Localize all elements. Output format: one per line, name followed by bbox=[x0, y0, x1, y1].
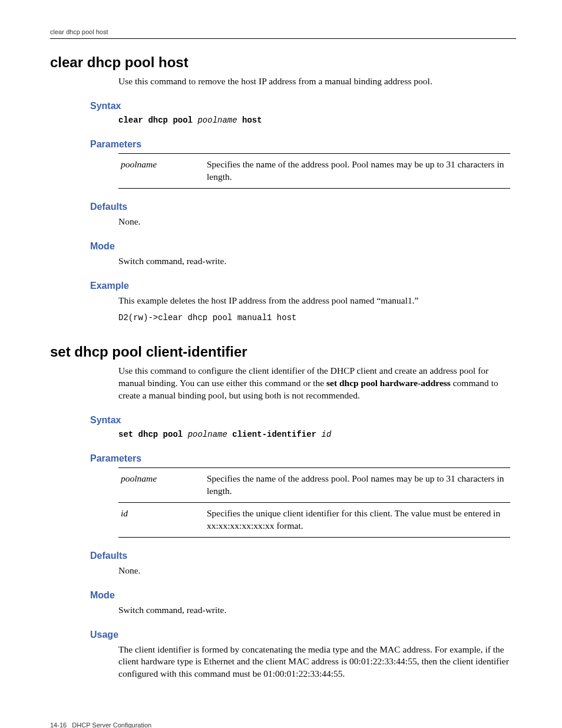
cmd2-usage-text: The client identifier is formed by conca… bbox=[118, 644, 510, 681]
cmd2-usage-heading: Usage bbox=[90, 630, 516, 640]
footer-page: 14-16 bbox=[50, 722, 67, 728]
cmd1-syntax: clear dhcp pool poolname host bbox=[118, 115, 510, 126]
cmd1-defaults-text: None. bbox=[118, 216, 510, 228]
cmd1-mode: Switch command, read‑write. bbox=[118, 255, 510, 268]
cmd2-usage: The client identifier is formed by conca… bbox=[118, 644, 510, 681]
syntax-var: poolname bbox=[188, 430, 227, 439]
cmd2-syntax-heading: Syntax bbox=[90, 415, 516, 426]
cmd2-defaults: None. bbox=[118, 565, 510, 577]
footer-title: DHCP Server Configuration bbox=[72, 722, 151, 728]
table-row: poolname Specifies the name of the addre… bbox=[118, 153, 510, 188]
param-name: poolname bbox=[118, 467, 207, 502]
cmd1-params-table: poolname Specifies the name of the addre… bbox=[118, 153, 510, 189]
param-desc: Specifies the name of the address pool. … bbox=[207, 467, 510, 502]
cmd1-syntax-heading: Syntax bbox=[90, 101, 516, 111]
intro-bold: set dhcp pool hardware‑address bbox=[326, 378, 451, 388]
cmd2-mode: Switch command, read‑write. bbox=[118, 604, 510, 617]
cmd1-params-heading: Parameters bbox=[90, 139, 516, 150]
syntax-literal: clear dhcp pool bbox=[118, 116, 197, 125]
cmd1-example-text: This example deletes the host IP address… bbox=[118, 295, 510, 307]
cmd1-intro: Use this command to remove the host IP a… bbox=[118, 75, 510, 88]
cmd1-syntax-code: clear dhcp pool poolname host bbox=[118, 115, 510, 126]
table-row: id Specifies the unique client identifie… bbox=[118, 502, 510, 537]
table-row: poolname Specifies the name of the addre… bbox=[118, 467, 510, 502]
cmd2-params-table: poolname Specifies the name of the addre… bbox=[118, 467, 510, 538]
page-footer: 14-16 DHCP Server Configuration bbox=[50, 722, 516, 728]
cmd1-mode-text: Switch command, read‑write. bbox=[118, 255, 510, 268]
syntax-var: poolname bbox=[197, 116, 237, 125]
running-head: clear dhcp pool host bbox=[50, 28, 516, 39]
cmd2-intro: Use this command to configure the client… bbox=[118, 365, 510, 402]
cmd1-example-heading: Example bbox=[90, 281, 516, 291]
param-name: poolname bbox=[118, 153, 207, 188]
cmd2-mode-heading: Mode bbox=[90, 590, 516, 601]
syntax-literal: set dhcp pool bbox=[118, 430, 188, 439]
cmd2-params: poolname Specifies the name of the addre… bbox=[118, 467, 510, 538]
page: clear dhcp pool host clear dhcp pool hos… bbox=[0, 0, 562, 728]
cmd1-defaults-heading: Defaults bbox=[90, 202, 516, 212]
cmd2-mode-text: Switch command, read‑write. bbox=[118, 604, 510, 617]
param-desc: Specifies the name of the address pool. … bbox=[207, 153, 510, 188]
cmd1-defaults: None. bbox=[118, 216, 510, 228]
param-desc: Specifies the unique client identifier f… bbox=[207, 502, 510, 537]
syntax-literal: client-identifier bbox=[227, 430, 322, 439]
syntax-literal: host bbox=[237, 116, 262, 125]
cmd1-title: clear dhcp pool host bbox=[50, 54, 516, 71]
cmd1-example: This example deletes the host IP address… bbox=[118, 295, 510, 324]
cmd1-intro-text: Use this command to remove the host IP a… bbox=[118, 75, 510, 88]
cmd2-title: set dhcp pool client-identifier bbox=[50, 344, 516, 360]
cmd2-defaults-heading: Defaults bbox=[90, 551, 516, 561]
cmd2-syntax-code: set dhcp pool poolname client-identifier… bbox=[118, 429, 510, 440]
cmd2-params-heading: Parameters bbox=[90, 453, 516, 464]
cmd1-params: poolname Specifies the name of the addre… bbox=[118, 153, 510, 189]
syntax-var: id bbox=[321, 430, 331, 439]
cmd1-mode-heading: Mode bbox=[90, 241, 516, 252]
cmd2-defaults-text: None. bbox=[118, 565, 510, 577]
cmd2-intro-text: Use this command to configure the client… bbox=[118, 365, 510, 402]
cmd2-syntax: set dhcp pool poolname client-identifier… bbox=[118, 429, 510, 440]
cmd1-example-code: D2(rw)->clear dhcp pool manual1 host bbox=[118, 312, 510, 324]
param-name: id bbox=[118, 502, 207, 537]
